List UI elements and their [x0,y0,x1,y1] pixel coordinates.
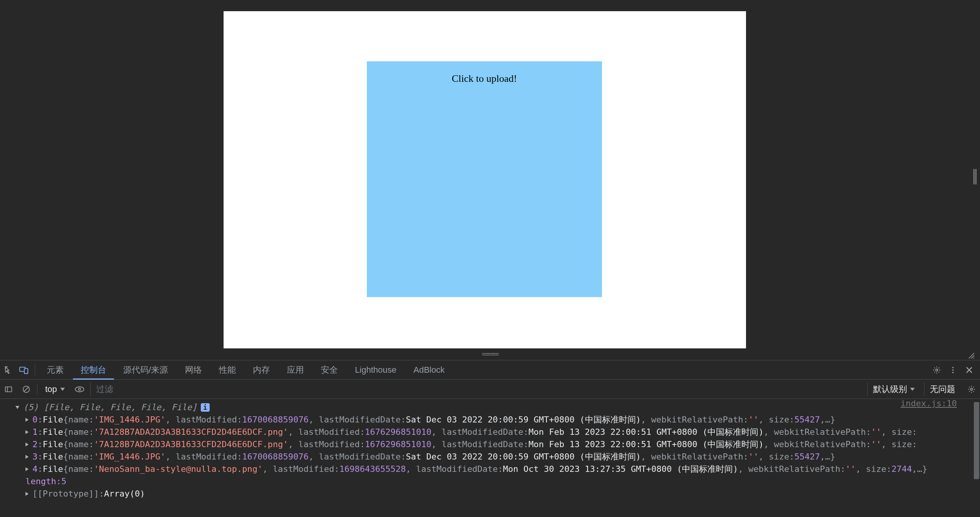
issues-button[interactable]: 无问题 [924,382,961,396]
close-icon[interactable] [962,363,976,377]
svg-point-2 [936,369,938,371]
length-row[interactable]: length: 5 [4,475,976,488]
svg-point-4 [952,369,954,371]
source-link[interactable]: index.js:10 [900,399,957,410]
expand-toggle-icon[interactable] [25,492,29,496]
chevron-down-icon [60,388,65,391]
upload-label: Click to upload! [452,73,517,84]
chevron-down-icon [910,388,915,391]
svg-point-5 [952,372,954,373]
length-value: 5 [61,475,66,488]
tab-security[interactable]: 安全 [313,360,346,380]
expand-toggle-icon[interactable] [25,430,29,434]
resize-handle-bottom[interactable]: ═══ [482,349,498,359]
svg-point-12 [970,388,973,390]
prototype-value: Array(0) [104,488,145,500]
console-output: index.js:10 (5) [File, File, File, File,… [0,399,980,517]
svg-line-9 [24,387,29,391]
tab-performance[interactable]: 性能 [211,360,244,380]
length-key: length [25,475,56,488]
file-entry-row[interactable]: 0: File {name: 'IMG_1446.JPG', lastModif… [4,414,976,426]
tab-lighthouse[interactable]: Lighthouse [347,360,404,380]
array-summary-row[interactable]: (5) [File, File, File, File, File] i [4,401,976,414]
divider [35,365,35,375]
viewport-area: Click to upload! || ═══ [0,0,980,360]
resize-handle-corner[interactable] [967,351,975,359]
svg-point-11 [78,388,81,390]
divider [37,384,37,395]
context-label: top [45,384,57,394]
console-settings-icon[interactable] [965,382,978,396]
console-toolbar: top 默认级别 无问题 [0,380,980,399]
device-toolbar-icon[interactable] [17,363,31,377]
svg-point-3 [952,367,954,368]
tab-memory[interactable]: 内存 [245,360,278,380]
page-canvas: Click to upload! [224,11,746,348]
file-entry-row[interactable]: 2: File {name: '7A128B7ADA2D3A3B1633CFD2… [4,438,976,451]
filter-input[interactable] [90,382,863,396]
expand-toggle-icon[interactable] [25,467,29,471]
prototype-key: [[Prototype]] [32,488,99,500]
file-entry-row[interactable]: 4: File {name: 'NenoSann_ba-style@nulla.… [4,463,976,475]
svg-rect-6 [5,387,12,392]
scrollbar[interactable] [973,399,980,517]
tab-adblock[interactable]: AdBlock [406,360,453,380]
array-summary: (5) [File, File, File, File, File] [23,401,197,414]
inspect-element-icon[interactable] [2,363,15,377]
resize-handle-right[interactable]: || [972,172,975,192]
devtools-tab-bar: 元素 控制台 源代码/来源 网络 性能 内存 应用 安全 Lighthouse … [0,360,980,380]
tab-application[interactable]: 应用 [279,360,312,380]
clear-console-icon[interactable] [19,382,33,396]
tab-sources[interactable]: 源代码/来源 [115,360,176,380]
expand-toggle-icon[interactable] [15,406,19,409]
upload-dropzone[interactable]: Click to upload! [367,61,602,297]
live-expression-icon[interactable] [73,382,86,396]
expand-toggle-icon[interactable] [25,443,29,446]
svg-point-10 [75,387,83,392]
execution-context-select[interactable]: top [41,384,69,394]
file-entry-row[interactable]: 3: File {name: 'IMG_1446.JPG', lastModif… [4,451,976,463]
expand-toggle-icon[interactable] [25,418,29,422]
sidebar-toggle-icon[interactable] [2,382,15,396]
tab-console[interactable]: 控制台 [73,360,114,380]
tab-elements[interactable]: 元素 [39,360,71,380]
tab-network[interactable]: 网络 [177,360,210,380]
svg-rect-1 [24,368,28,373]
devtools-panel: 元素 控制台 源代码/来源 网络 性能 内存 应用 安全 Lighthouse … [0,360,980,517]
more-icon[interactable] [946,363,960,377]
info-badge[interactable]: i [201,403,209,412]
prototype-row[interactable]: [[Prototype]]: Array(0) [4,488,976,500]
scrollbar-thumb[interactable] [974,402,979,479]
log-levels-select[interactable]: 默认级别 [867,382,920,396]
file-entry-row[interactable]: 1: File {name: '7A128B7ADA2D3A3B1633CFD2… [4,426,976,438]
settings-icon[interactable] [930,363,944,377]
levels-label: 默认级别 [873,384,907,395]
expand-toggle-icon[interactable] [25,455,29,459]
